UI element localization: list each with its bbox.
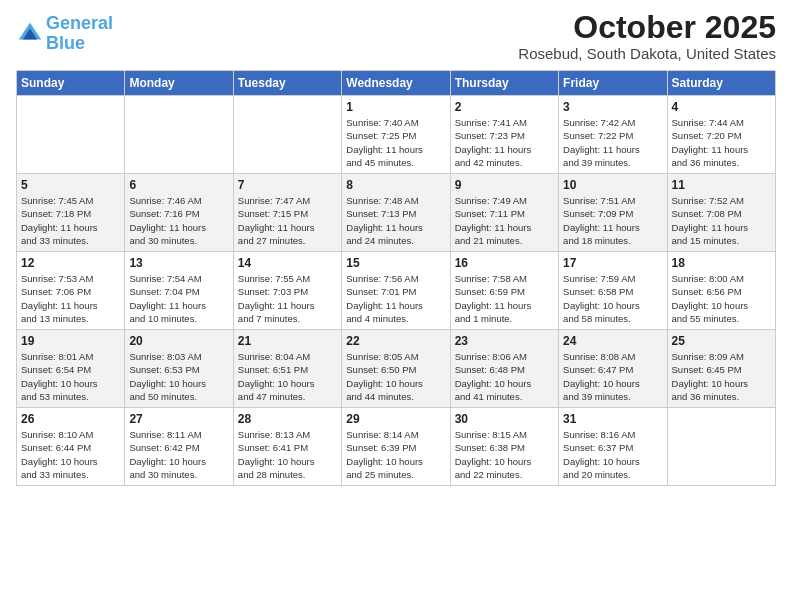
col-friday: Friday bbox=[559, 71, 667, 96]
calendar-title: October 2025 bbox=[518, 10, 776, 45]
col-thursday: Thursday bbox=[450, 71, 558, 96]
day-info: Sunrise: 8:10 AMSunset: 6:44 PMDaylight:… bbox=[21, 428, 120, 481]
calendar-cell: 29Sunrise: 8:14 AMSunset: 6:39 PMDayligh… bbox=[342, 408, 450, 486]
day-info: Sunrise: 8:03 AMSunset: 6:53 PMDaylight:… bbox=[129, 350, 228, 403]
calendar-cell: 14Sunrise: 7:55 AMSunset: 7:03 PMDayligh… bbox=[233, 252, 341, 330]
day-number: 13 bbox=[129, 256, 228, 270]
day-info: Sunrise: 8:06 AMSunset: 6:48 PMDaylight:… bbox=[455, 350, 554, 403]
page: General Blue October 2025 Rosebud, South… bbox=[0, 0, 792, 612]
day-info: Sunrise: 7:51 AMSunset: 7:09 PMDaylight:… bbox=[563, 194, 662, 247]
day-number: 18 bbox=[672, 256, 771, 270]
day-info: Sunrise: 7:59 AMSunset: 6:58 PMDaylight:… bbox=[563, 272, 662, 325]
day-number: 27 bbox=[129, 412, 228, 426]
logo-line1: General bbox=[46, 13, 113, 33]
calendar-cell bbox=[233, 96, 341, 174]
day-info: Sunrise: 8:11 AMSunset: 6:42 PMDaylight:… bbox=[129, 428, 228, 481]
calendar-cell: 8Sunrise: 7:48 AMSunset: 7:13 PMDaylight… bbox=[342, 174, 450, 252]
day-info: Sunrise: 8:14 AMSunset: 6:39 PMDaylight:… bbox=[346, 428, 445, 481]
day-number: 9 bbox=[455, 178, 554, 192]
day-number: 30 bbox=[455, 412, 554, 426]
calendar-cell: 17Sunrise: 7:59 AMSunset: 6:58 PMDayligh… bbox=[559, 252, 667, 330]
day-number: 2 bbox=[455, 100, 554, 114]
calendar-cell bbox=[667, 408, 775, 486]
day-number: 15 bbox=[346, 256, 445, 270]
calendar-week-2: 5Sunrise: 7:45 AMSunset: 7:18 PMDaylight… bbox=[17, 174, 776, 252]
col-tuesday: Tuesday bbox=[233, 71, 341, 96]
day-number: 28 bbox=[238, 412, 337, 426]
day-number: 5 bbox=[21, 178, 120, 192]
calendar-cell: 27Sunrise: 8:11 AMSunset: 6:42 PMDayligh… bbox=[125, 408, 233, 486]
calendar-cell: 30Sunrise: 8:15 AMSunset: 6:38 PMDayligh… bbox=[450, 408, 558, 486]
day-info: Sunrise: 7:47 AMSunset: 7:15 PMDaylight:… bbox=[238, 194, 337, 247]
calendar-cell: 19Sunrise: 8:01 AMSunset: 6:54 PMDayligh… bbox=[17, 330, 125, 408]
day-info: Sunrise: 7:58 AMSunset: 6:59 PMDaylight:… bbox=[455, 272, 554, 325]
day-info: Sunrise: 7:46 AMSunset: 7:16 PMDaylight:… bbox=[129, 194, 228, 247]
day-number: 21 bbox=[238, 334, 337, 348]
day-info: Sunrise: 7:40 AMSunset: 7:25 PMDaylight:… bbox=[346, 116, 445, 169]
day-number: 7 bbox=[238, 178, 337, 192]
col-monday: Monday bbox=[125, 71, 233, 96]
calendar-cell: 18Sunrise: 8:00 AMSunset: 6:56 PMDayligh… bbox=[667, 252, 775, 330]
calendar-cell: 13Sunrise: 7:54 AMSunset: 7:04 PMDayligh… bbox=[125, 252, 233, 330]
calendar-cell: 15Sunrise: 7:56 AMSunset: 7:01 PMDayligh… bbox=[342, 252, 450, 330]
day-number: 31 bbox=[563, 412, 662, 426]
day-number: 16 bbox=[455, 256, 554, 270]
day-info: Sunrise: 7:42 AMSunset: 7:22 PMDaylight:… bbox=[563, 116, 662, 169]
calendar-week-1: 1Sunrise: 7:40 AMSunset: 7:25 PMDaylight… bbox=[17, 96, 776, 174]
day-number: 29 bbox=[346, 412, 445, 426]
calendar-cell: 1Sunrise: 7:40 AMSunset: 7:25 PMDaylight… bbox=[342, 96, 450, 174]
calendar-week-5: 26Sunrise: 8:10 AMSunset: 6:44 PMDayligh… bbox=[17, 408, 776, 486]
calendar-cell bbox=[17, 96, 125, 174]
day-info: Sunrise: 8:01 AMSunset: 6:54 PMDaylight:… bbox=[21, 350, 120, 403]
day-info: Sunrise: 8:15 AMSunset: 6:38 PMDaylight:… bbox=[455, 428, 554, 481]
calendar-cell: 28Sunrise: 8:13 AMSunset: 6:41 PMDayligh… bbox=[233, 408, 341, 486]
col-sunday: Sunday bbox=[17, 71, 125, 96]
day-number: 4 bbox=[672, 100, 771, 114]
day-number: 11 bbox=[672, 178, 771, 192]
calendar-week-4: 19Sunrise: 8:01 AMSunset: 6:54 PMDayligh… bbox=[17, 330, 776, 408]
calendar-cell: 9Sunrise: 7:49 AMSunset: 7:11 PMDaylight… bbox=[450, 174, 558, 252]
day-number: 3 bbox=[563, 100, 662, 114]
calendar-cell: 25Sunrise: 8:09 AMSunset: 6:45 PMDayligh… bbox=[667, 330, 775, 408]
calendar-cell: 11Sunrise: 7:52 AMSunset: 7:08 PMDayligh… bbox=[667, 174, 775, 252]
logo-line2: Blue bbox=[46, 33, 85, 53]
day-number: 19 bbox=[21, 334, 120, 348]
calendar-cell: 12Sunrise: 7:53 AMSunset: 7:06 PMDayligh… bbox=[17, 252, 125, 330]
calendar-cell: 5Sunrise: 7:45 AMSunset: 7:18 PMDaylight… bbox=[17, 174, 125, 252]
calendar-table: Sunday Monday Tuesday Wednesday Thursday… bbox=[16, 70, 776, 486]
calendar-cell: 10Sunrise: 7:51 AMSunset: 7:09 PMDayligh… bbox=[559, 174, 667, 252]
day-number: 14 bbox=[238, 256, 337, 270]
calendar-cell: 7Sunrise: 7:47 AMSunset: 7:15 PMDaylight… bbox=[233, 174, 341, 252]
day-number: 12 bbox=[21, 256, 120, 270]
calendar-cell: 22Sunrise: 8:05 AMSunset: 6:50 PMDayligh… bbox=[342, 330, 450, 408]
logo: General Blue bbox=[16, 14, 113, 54]
day-info: Sunrise: 7:54 AMSunset: 7:04 PMDaylight:… bbox=[129, 272, 228, 325]
day-number: 24 bbox=[563, 334, 662, 348]
day-number: 26 bbox=[21, 412, 120, 426]
day-info: Sunrise: 7:52 AMSunset: 7:08 PMDaylight:… bbox=[672, 194, 771, 247]
logo-icon bbox=[16, 20, 44, 48]
day-info: Sunrise: 8:16 AMSunset: 6:37 PMDaylight:… bbox=[563, 428, 662, 481]
calendar-cell: 23Sunrise: 8:06 AMSunset: 6:48 PMDayligh… bbox=[450, 330, 558, 408]
title-block: October 2025 Rosebud, South Dakota, Unit… bbox=[518, 10, 776, 62]
calendar-cell bbox=[125, 96, 233, 174]
calendar-cell: 3Sunrise: 7:42 AMSunset: 7:22 PMDaylight… bbox=[559, 96, 667, 174]
day-info: Sunrise: 7:41 AMSunset: 7:23 PMDaylight:… bbox=[455, 116, 554, 169]
day-number: 17 bbox=[563, 256, 662, 270]
calendar-cell: 20Sunrise: 8:03 AMSunset: 6:53 PMDayligh… bbox=[125, 330, 233, 408]
calendar-cell: 16Sunrise: 7:58 AMSunset: 6:59 PMDayligh… bbox=[450, 252, 558, 330]
calendar-cell: 26Sunrise: 8:10 AMSunset: 6:44 PMDayligh… bbox=[17, 408, 125, 486]
day-info: Sunrise: 8:13 AMSunset: 6:41 PMDaylight:… bbox=[238, 428, 337, 481]
col-saturday: Saturday bbox=[667, 71, 775, 96]
calendar-week-3: 12Sunrise: 7:53 AMSunset: 7:06 PMDayligh… bbox=[17, 252, 776, 330]
day-number: 10 bbox=[563, 178, 662, 192]
day-info: Sunrise: 7:55 AMSunset: 7:03 PMDaylight:… bbox=[238, 272, 337, 325]
calendar-cell: 2Sunrise: 7:41 AMSunset: 7:23 PMDaylight… bbox=[450, 96, 558, 174]
day-number: 22 bbox=[346, 334, 445, 348]
day-info: Sunrise: 7:44 AMSunset: 7:20 PMDaylight:… bbox=[672, 116, 771, 169]
day-info: Sunrise: 7:53 AMSunset: 7:06 PMDaylight:… bbox=[21, 272, 120, 325]
header-row: Sunday Monday Tuesday Wednesday Thursday… bbox=[17, 71, 776, 96]
calendar-cell: 21Sunrise: 8:04 AMSunset: 6:51 PMDayligh… bbox=[233, 330, 341, 408]
calendar-cell: 31Sunrise: 8:16 AMSunset: 6:37 PMDayligh… bbox=[559, 408, 667, 486]
day-info: Sunrise: 8:08 AMSunset: 6:47 PMDaylight:… bbox=[563, 350, 662, 403]
